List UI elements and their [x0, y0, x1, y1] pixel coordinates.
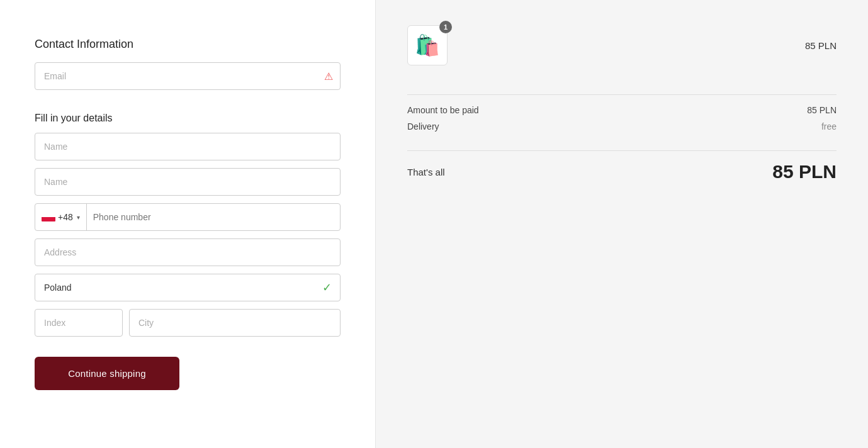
- left-panel: Contact Information ⚠ Fill in your detai…: [0, 0, 376, 448]
- last-name-group: [35, 168, 341, 196]
- total-amount: 85 PLN: [772, 161, 837, 182]
- bag-icon: 🛍️: [415, 33, 440, 57]
- country-select[interactable]: Poland: [35, 274, 341, 301]
- right-panel: 🛍️ 1 85 PLN Amount to be paid 85 PLN Del…: [376, 0, 868, 448]
- total-row: That's all 85 PLN: [407, 150, 837, 182]
- cart-item: 🛍️ 1 85 PLN: [407, 25, 837, 65]
- phone-code: +48: [58, 212, 73, 222]
- cart-item-price: 85 PLN: [805, 40, 837, 51]
- cart-badge: 1: [439, 21, 452, 33]
- fill-details-title: Fill in your details: [35, 113, 341, 124]
- city-input[interactable]: [129, 309, 341, 337]
- email-input[interactable]: [35, 62, 341, 90]
- delivery-label: Delivery: [407, 121, 439, 132]
- address-input[interactable]: [35, 238, 341, 266]
- phone-wrapper: +48 ▾: [35, 203, 341, 231]
- phone-number-input[interactable]: [87, 204, 340, 230]
- index-input[interactable]: [35, 309, 123, 337]
- contact-info-title: Contact Information: [35, 38, 341, 51]
- phone-group: +48 ▾: [35, 203, 341, 231]
- first-name-group: [35, 133, 341, 160]
- bag-icon-wrapper: 🛍️ 1: [407, 25, 448, 65]
- last-name-input[interactable]: [35, 168, 341, 196]
- first-name-input[interactable]: [35, 133, 341, 160]
- delivery-row: Delivery free: [407, 121, 837, 132]
- phone-country-selector[interactable]: +48 ▾: [35, 204, 87, 230]
- address-group: [35, 238, 341, 266]
- dropdown-arrow-icon: ▾: [77, 214, 80, 221]
- delivery-value: free: [821, 121, 837, 132]
- country-group: Poland ✓: [35, 274, 341, 301]
- amount-label: Amount to be paid: [407, 105, 479, 115]
- email-error-icon: ⚠: [324, 70, 333, 82]
- index-city-group: [35, 309, 341, 337]
- email-group: ⚠: [35, 62, 341, 90]
- amount-value: 85 PLN: [807, 105, 837, 115]
- total-label: That's all: [407, 167, 445, 177]
- continue-shipping-button[interactable]: Continue shipping: [35, 357, 179, 390]
- poland-flag-icon: [42, 213, 55, 221]
- country-check-icon: ✓: [322, 281, 332, 294]
- divider-1: [407, 94, 837, 95]
- amount-row: Amount to be paid 85 PLN: [407, 105, 837, 115]
- cart-item-left: 🛍️ 1: [407, 25, 448, 65]
